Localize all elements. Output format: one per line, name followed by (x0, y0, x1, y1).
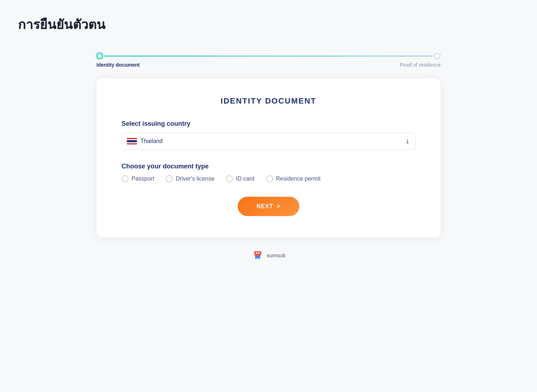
sumsub-icon (252, 249, 264, 261)
svg-rect-5 (255, 256, 260, 259)
radio-id-card[interactable]: ID card (226, 175, 255, 182)
page-title: การยืนยันตัวตน (0, 0, 537, 46)
next-button[interactable]: NEXT > (238, 197, 299, 216)
identity-document-card: IDENTITY DOCUMENT Select issuing country… (96, 78, 441, 238)
radio-circle-passport (122, 175, 129, 182)
sumsub-logo: sumsub (252, 249, 286, 261)
doc-type-label: Choose your document type (122, 163, 415, 170)
radio-circle-id-card (226, 175, 233, 182)
radio-residence-permit[interactable]: Residence permit (266, 175, 321, 182)
country-select-wrapper: Thailand ⤓ (122, 133, 415, 150)
step-2-dot (434, 53, 441, 59)
progress-container: Identity document Proof of residence (96, 53, 441, 68)
svg-rect-0 (255, 251, 261, 256)
radio-drivers-license[interactable]: Driver's license (166, 175, 214, 182)
svg-rect-2 (258, 252, 260, 254)
step-1-dot (96, 53, 103, 59)
progress-line-filled (104, 56, 433, 57)
next-button-label: NEXT (256, 203, 273, 210)
radio-label-drivers-license: Driver's license (176, 176, 214, 182)
next-button-arrow: > (277, 203, 280, 210)
radio-label-id-card: ID card (236, 176, 255, 182)
svg-rect-1 (256, 252, 257, 254)
next-button-row: NEXT > (122, 197, 415, 216)
document-type-radio-group: Passport Driver's license ID card Reside… (122, 175, 415, 182)
step-2-label: Proof of residence (400, 62, 441, 68)
sumsub-brand: sumsub (267, 252, 286, 258)
step-1-label: Identity document (96, 62, 140, 68)
radio-label-passport: Passport (132, 176, 154, 182)
svg-rect-7 (258, 258, 259, 259)
selected-country: Thailand (141, 138, 162, 144)
thailand-flag (127, 138, 137, 144)
radio-label-residence-permit: Residence permit (276, 176, 321, 182)
radio-circle-residence-permit (266, 175, 273, 182)
country-section-label: Select issuing country (122, 120, 415, 128)
svg-rect-3 (254, 252, 255, 253)
country-select[interactable]: Thailand (122, 133, 415, 150)
footer: sumsub (252, 249, 286, 272)
card-title: IDENTITY DOCUMENT (122, 96, 415, 106)
svg-rect-4 (261, 252, 262, 253)
svg-rect-6 (256, 258, 257, 259)
radio-passport[interactable]: Passport (122, 175, 154, 182)
radio-circle-drivers-license (166, 175, 173, 182)
doc-type-section: Choose your document type Passport Drive… (122, 163, 415, 182)
